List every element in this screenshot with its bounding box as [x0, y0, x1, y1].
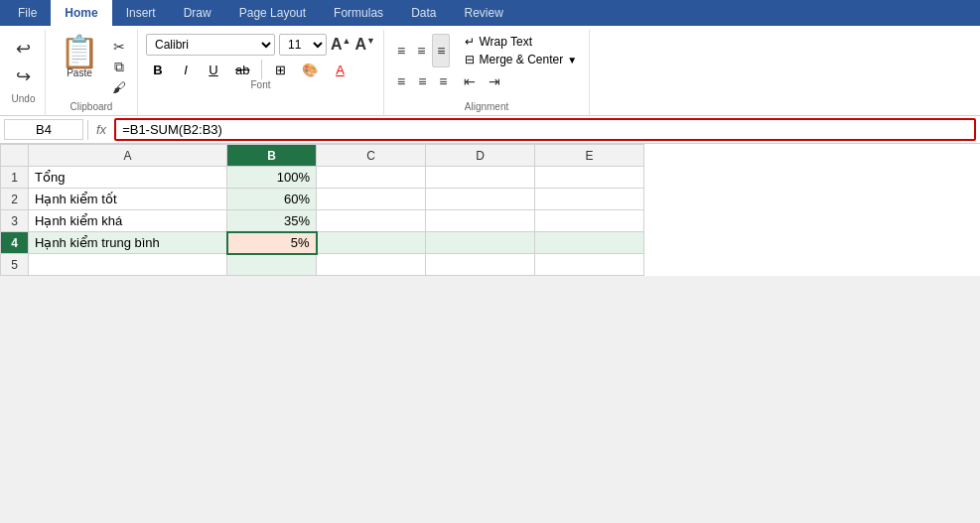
- col-header-b[interactable]: B: [227, 145, 317, 167]
- fx-label: fx: [92, 122, 110, 137]
- col-header-e[interactable]: E: [535, 145, 644, 167]
- borders-button[interactable]: ⊞: [268, 61, 292, 79]
- cell-e4[interactable]: [535, 232, 644, 254]
- cell-a3[interactable]: Hạnh kiểm khá: [29, 210, 227, 232]
- font-grow-button[interactable]: A▲: [331, 36, 350, 54]
- increase-indent-button[interactable]: ⇥: [484, 70, 505, 92]
- tab-home[interactable]: Home: [51, 0, 111, 26]
- row-header-1: 1: [1, 167, 29, 189]
- cell-d2[interactable]: [426, 189, 535, 210]
- formula-input[interactable]: [114, 118, 976, 141]
- tab-page-layout[interactable]: Page Layout: [225, 0, 320, 26]
- strikethrough-button[interactable]: ab: [229, 61, 255, 79]
- tab-review[interactable]: Review: [450, 0, 516, 26]
- merge-dropdown-icon[interactable]: ▼: [567, 55, 577, 65]
- cell-reference-box[interactable]: [4, 119, 83, 140]
- paste-icon: 📋: [60, 36, 99, 67]
- font-color-button[interactable]: A: [328, 61, 351, 79]
- ribbon-content: ↩ ↪ Undo 📋 Paste ✂ ⧉ 🖌 Clipboard: [0, 26, 980, 115]
- corner-header: [1, 145, 29, 167]
- cell-e1[interactable]: [535, 167, 644, 189]
- tab-data[interactable]: Data: [397, 0, 450, 26]
- format-painter-button[interactable]: 🖌: [109, 78, 129, 96]
- cell-b5[interactable]: [227, 254, 317, 276]
- row-header-4: 4: [1, 232, 29, 254]
- table-row: 2 Hạnh kiểm tốt 60%: [1, 189, 644, 210]
- cell-c4[interactable]: [317, 232, 426, 254]
- align-top-center-button[interactable]: ≡: [412, 34, 430, 67]
- underline-button[interactable]: U: [202, 61, 225, 79]
- tab-insert[interactable]: Insert: [112, 0, 170, 26]
- alignment-group: ≡ ≡ ≡ ↵ Wrap Text ⊟ Merge & Center ▼: [384, 30, 590, 115]
- font-divider: [261, 60, 262, 79]
- font-row1: Calibri 11 A▲ A▼: [146, 34, 375, 56]
- table-row: 5: [1, 254, 644, 276]
- cell-c2[interactable]: [317, 189, 426, 210]
- cell-a1[interactable]: Tổng: [29, 167, 227, 189]
- row-header-5: 5: [1, 254, 29, 276]
- row-header-3: 3: [1, 210, 29, 232]
- col-header-c[interactable]: C: [317, 145, 426, 167]
- cell-d3[interactable]: [426, 210, 535, 232]
- clipboard-group: 📋 Paste ✂ ⧉ 🖌 Clipboard: [46, 30, 138, 115]
- cell-e2[interactable]: [535, 189, 644, 210]
- column-header-row: A B C D E: [1, 145, 644, 167]
- formula-bar: fx: [0, 116, 980, 144]
- align-top-left-button[interactable]: ≡: [392, 34, 410, 67]
- cell-b1[interactable]: 100%: [227, 167, 317, 189]
- copy-button[interactable]: ⧉: [109, 58, 129, 76]
- cell-b2[interactable]: 60%: [227, 189, 317, 210]
- fill-color-button[interactable]: 🎨: [296, 61, 324, 79]
- merge-center-button[interactable]: ⊟ Merge & Center ▼: [461, 52, 581, 67]
- font-name-select[interactable]: Calibri: [146, 34, 275, 56]
- formula-bar-divider: [87, 120, 88, 140]
- wrap-text-label: Wrap Text: [479, 35, 532, 49]
- cell-d4[interactable]: [426, 232, 535, 254]
- tab-file[interactable]: File: [4, 0, 51, 26]
- tab-formulas[interactable]: Formulas: [320, 0, 397, 26]
- font-size-select[interactable]: 11: [279, 34, 327, 56]
- font-row2: B I U ab ⊞ 🎨 A: [146, 60, 375, 79]
- paste-button[interactable]: 📋 Paste: [54, 34, 105, 80]
- col-header-a[interactable]: A: [29, 145, 227, 167]
- cell-e3[interactable]: [535, 210, 644, 232]
- cell-a5[interactable]: [29, 254, 227, 276]
- italic-button[interactable]: I: [174, 61, 198, 79]
- undo-button[interactable]: ↩: [10, 36, 37, 62]
- decrease-indent-button[interactable]: ⇤: [459, 70, 481, 92]
- table-row: 3 Hạnh kiểm khá 35%: [1, 210, 644, 232]
- cell-d5[interactable]: [426, 254, 535, 276]
- cut-button[interactable]: ✂: [109, 38, 129, 56]
- cell-d1[interactable]: [426, 167, 535, 189]
- cell-a2[interactable]: Hạnh kiểm tốt: [29, 189, 227, 210]
- wrap-merge-buttons: ↵ Wrap Text ⊟ Merge & Center ▼: [461, 34, 581, 67]
- cell-e5[interactable]: [535, 254, 644, 276]
- tab-draw[interactable]: Draw: [170, 0, 225, 26]
- alignment-label: Alignment: [392, 101, 581, 115]
- table-row: 1 Tổng 100%: [1, 167, 644, 189]
- align-right-button[interactable]: ≡: [434, 70, 452, 92]
- alignment-row1: ≡ ≡ ≡ ↵ Wrap Text ⊟ Merge & Center ▼: [392, 34, 581, 67]
- align-btns-row1: ≡ ≡ ≡: [392, 34, 451, 67]
- cell-c3[interactable]: [317, 210, 426, 232]
- cell-b4[interactable]: 5%: [227, 232, 317, 254]
- align-center-button[interactable]: ≡: [413, 70, 431, 92]
- wrap-text-button[interactable]: ↵ Wrap Text: [461, 34, 581, 50]
- cell-a4[interactable]: Hạnh kiểm trung bình: [29, 232, 227, 254]
- align-left-button[interactable]: ≡: [392, 70, 410, 92]
- formula-input-wrap: [114, 118, 976, 141]
- bold-button[interactable]: B: [146, 61, 170, 79]
- font-shrink-button[interactable]: A▼: [354, 36, 374, 54]
- cell-b3[interactable]: 35%: [227, 210, 317, 232]
- font-group: Calibri 11 A▲ A▼ B I U ab ⊞ 🎨 A Font: [138, 30, 384, 115]
- ribbon-tab-bar: File Home Insert Draw Page Layout Formul…: [0, 0, 980, 26]
- cell-c5[interactable]: [317, 254, 426, 276]
- merge-icon: ⊟: [465, 53, 475, 66]
- undo-label: Undo: [12, 93, 36, 104]
- clipboard-content: 📋 Paste ✂ ⧉ 🖌: [54, 34, 129, 101]
- row-header-2: 2: [1, 189, 29, 210]
- align-top-right-button[interactable]: ≡: [432, 34, 450, 67]
- redo-button[interactable]: ↪: [10, 64, 37, 89]
- cell-c1[interactable]: [317, 167, 426, 189]
- col-header-d[interactable]: D: [426, 145, 535, 167]
